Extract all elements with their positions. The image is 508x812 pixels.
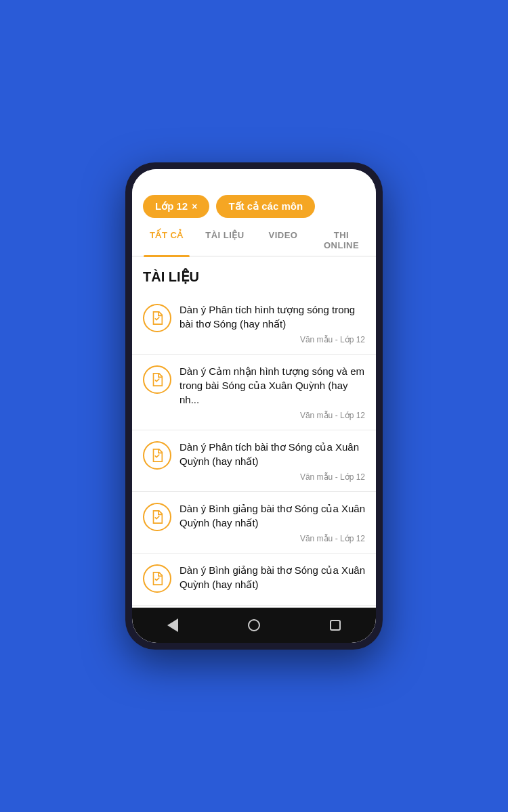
content-area: TÀI LIỆU Dàn ý Phân tích hình tượng sóng… [132, 256, 376, 608]
item-title: Dàn ý Cảm nhận hình tượng sóng và em tro… [179, 364, 365, 407]
list-item[interactable]: Dàn ý Phân tích hình tượng sóng trong bà… [132, 293, 376, 355]
doc-icon [143, 304, 171, 332]
tab-video[interactable]: VIDEO [254, 223, 312, 256]
chip-all-subjects-label: Tất cả các môn [228, 200, 303, 212]
doc-icon [143, 365, 171, 394]
item-meta: Văn mẫu - Lớp 12 [179, 534, 365, 543]
tab-tai-lieu[interactable]: TÀI LIỆU [196, 223, 254, 256]
item-title: Dàn ý Bình giảng bài thơ Sóng của Xuân Q… [179, 563, 365, 591]
doc-icon [143, 441, 171, 470]
home-button[interactable] [242, 613, 266, 637]
item-content: Dàn ý Phân tích hình tượng sóng trong bà… [179, 302, 365, 344]
list-item[interactable]: Dàn ý Phân tích bài thơ Sóng của Xuân Qu… [132, 430, 376, 492]
tab-all[interactable]: TẤT CẢ [137, 223, 196, 256]
back-icon [167, 618, 178, 632]
section-title: TÀI LIỆU [132, 256, 376, 293]
bottom-nav [132, 608, 376, 643]
item-content: Dàn ý Bình giảng bài thơ Sóng của Xuân Q… [179, 563, 365, 595]
doc-icon [143, 564, 171, 593]
item-meta: Văn mẫu - Lớp 12 [179, 472, 365, 482]
item-meta: Văn mẫu - Lớp 12 [179, 335, 365, 344]
filter-area: Lớp 12 × Tất cả các môn [132, 188, 376, 223]
chip-lop12-close[interactable]: × [192, 201, 197, 212]
phone-frame: Lớp 12 × Tất cả các môn TẤT CẢ TÀI LIỆU … [125, 162, 383, 650]
phone-screen: Lớp 12 × Tất cả các môn TẤT CẢ TÀI LIỆU … [132, 169, 376, 643]
item-content: Dàn ý Bình giảng bài thơ Sóng của Xuân Q… [179, 501, 365, 543]
chip-all-subjects[interactable]: Tất cả các môn [216, 195, 315, 218]
item-title: Dàn ý Phân tích hình tượng sóng trong bà… [179, 302, 365, 331]
chip-lop12[interactable]: Lớp 12 × [143, 195, 209, 218]
tab-thi-online[interactable]: THI ONLINE [312, 223, 371, 256]
list-item[interactable]: Dàn ý Cảm nhận hình tượng sóng và em tro… [132, 355, 376, 430]
list-item[interactable]: Dàn ý Bình giảng bài thơ Sóng của Xuân Q… [132, 492, 376, 554]
item-content: Dàn ý Phân tích bài thơ Sóng của Xuân Qu… [179, 440, 365, 482]
recents-icon [330, 620, 341, 631]
home-icon [248, 619, 260, 631]
item-title: Dàn ý Phân tích bài thơ Sóng của Xuân Qu… [179, 440, 365, 468]
status-bar [132, 169, 376, 188]
tab-bar: TẤT CẢ TÀI LIỆU VIDEO THI ONLINE [132, 223, 376, 256]
recents-button[interactable] [323, 613, 347, 637]
item-content: Dàn ý Cảm nhận hình tượng sóng và em tro… [179, 364, 365, 420]
doc-icon [143, 503, 171, 531]
item-title: Dàn ý Bình giảng bài thơ Sóng của Xuân Q… [179, 501, 365, 530]
back-button[interactable] [161, 613, 185, 637]
chip-lop12-label: Lớp 12 [155, 200, 188, 212]
list-item[interactable]: Dàn ý Bình giảng bài thơ Sóng của Xuân Q… [132, 554, 376, 606]
item-meta: Văn mẫu - Lớp 12 [179, 411, 365, 420]
